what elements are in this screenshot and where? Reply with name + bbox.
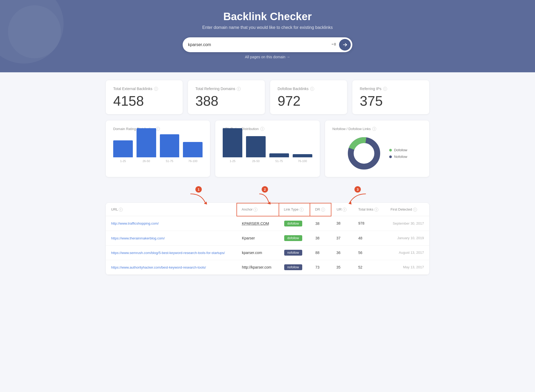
stat-card-referring-domains: Total Referring Domains i 388 — [188, 80, 265, 114]
bar-group: 26-50 — [137, 128, 156, 163]
backlinks-table-section: URL i Anchor i Link Type i — [106, 203, 429, 275]
link-type-cell: nofollow — [279, 260, 310, 274]
info-icon-dr-col[interactable]: i — [321, 208, 325, 212]
page-title: Backlink Checker — [5, 11, 530, 23]
domain-rating-chart: Domain Rating Distribution i 1-2526-5051… — [106, 121, 210, 177]
svg-rect-0 — [332, 44, 334, 45]
stat-card-dofollow: Dofollow Backlinks i 972 — [270, 80, 347, 114]
annotation-section: 1 2 3 — [106, 185, 429, 275]
link-type-cell: dofollow — [279, 216, 310, 231]
ur-cell: 36 — [331, 245, 353, 260]
url-link[interactable]: http://www.trafficshopping.com/ — [111, 221, 159, 225]
url-rating-chart: URL Rating Distribution i 1-2526-5051-75… — [215, 121, 319, 177]
info-icon-ur-col[interactable]: i — [343, 208, 347, 212]
col-header-dr: DR i — [310, 203, 331, 216]
first-detected-cell: May 13, 2017 — [385, 260, 429, 274]
url-link[interactable]: https://www.therainmakerblog.com/ — [111, 236, 165, 240]
dr-cell: 38 — [310, 216, 331, 231]
bar-label: 51-75 — [275, 159, 283, 163]
bar-group: 1-25 — [113, 140, 133, 163]
bar — [183, 142, 203, 157]
header-section: Backlink Checker Enter domain name that … — [0, 0, 535, 72]
table-header-row: URL i Anchor i Link Type i — [106, 203, 429, 216]
dr-cell: 73 — [310, 260, 331, 274]
url-link[interactable]: https://www.semrush.com/blog/5-best-keyw… — [111, 251, 225, 255]
nofollow-dot — [389, 155, 392, 158]
info-icon-domains[interactable]: i — [237, 87, 241, 91]
info-icon-url-col[interactable]: i — [119, 208, 123, 212]
donut-legend: Dofollow Nofollow — [389, 148, 407, 159]
header-subtitle: Enter domain name that you would like to… — [5, 25, 530, 30]
bar-group: 76-100 — [183, 142, 203, 163]
info-icon-detected-col[interactable]: i — [413, 208, 417, 212]
link-type-badge: dofollow — [284, 221, 302, 226]
info-icon-ur-chart[interactable]: i — [260, 127, 264, 131]
search-input[interactable] — [188, 42, 328, 47]
info-icon-dr-chart[interactable]: i — [156, 127, 160, 131]
info-icon-anchor-col[interactable]: i — [253, 208, 257, 212]
total-links-cell: 48 — [353, 231, 385, 245]
annotation-3: 3 — [344, 186, 371, 204]
bar-group: 51-75 — [160, 134, 179, 163]
annotation-number-3: 3 — [354, 186, 361, 193]
bar-group: 76-100 — [293, 154, 312, 163]
table-wrapper: URL i Anchor i Link Type i — [106, 203, 429, 275]
bar — [113, 140, 133, 157]
total-links-cell: 978 — [353, 216, 385, 231]
anchor-cell: kparser.com — [237, 245, 279, 260]
search-bar — [183, 37, 352, 52]
arrow-1-svg — [188, 193, 209, 204]
info-icon-backlinks[interactable]: i — [154, 87, 158, 91]
url-link[interactable]: https://www.authorityhacker.com/best-key… — [111, 265, 206, 269]
stat-label-ips: Referring IPs i — [360, 87, 422, 91]
stats-row: Total External Backlinks i 4158 Total Re… — [106, 80, 429, 114]
svg-point-4 — [356, 145, 372, 161]
dofollow-dot — [389, 149, 392, 152]
bar — [269, 153, 289, 157]
info-icon-linktype-col[interactable]: i — [300, 208, 304, 212]
search-submit-button[interactable] — [339, 39, 351, 51]
nofollow-dofollow-chart: Nofollow / Dofollow Links i Dofollow — [325, 121, 429, 177]
total-links-cell: 52 — [353, 260, 385, 274]
domain-rating-bar-chart: 1-2526-5051-7576-100 — [113, 136, 203, 168]
annotation-number-1: 1 — [195, 186, 202, 193]
info-icon-dofollow[interactable]: i — [310, 87, 314, 91]
anchor-cell: Kparser — [237, 231, 279, 245]
stat-card-referring-ips: Referring IPs i 375 — [352, 80, 429, 114]
link-type-cell: dofollow — [279, 231, 310, 245]
bar — [137, 128, 156, 157]
url-cell: https://www.authorityhacker.com/best-key… — [106, 260, 237, 274]
search-hint: All pages on this domain → — [5, 55, 530, 59]
info-icon-donut-chart[interactable]: i — [372, 127, 376, 131]
bar — [293, 154, 312, 157]
clear-icon[interactable] — [328, 41, 339, 49]
col-header-anchor: Anchor i — [237, 203, 279, 216]
table-body: http://www.trafficshopping.com/KPARSER.C… — [106, 216, 429, 275]
table-row: https://www.therainmakerblog.com/Kparser… — [106, 231, 429, 245]
bar-label: 1-25 — [230, 159, 235, 163]
total-links-cell: 56 — [353, 245, 385, 260]
col-header-ur: UR i — [331, 203, 353, 216]
stat-label-domains: Total Referring Domains i — [195, 87, 257, 91]
bar — [223, 128, 242, 157]
col-header-first-detected: First Detected i — [385, 203, 429, 216]
col-header-url: URL i — [106, 203, 237, 216]
bar-label: 76-100 — [298, 159, 307, 163]
stat-label-dofollow: Dofollow Backlinks i — [278, 87, 340, 91]
ur-cell: 37 — [331, 231, 353, 245]
url-rating-bar-chart: 1-2526-5051-7576-100 — [223, 136, 312, 168]
info-icon-ips[interactable]: i — [383, 87, 387, 91]
bar-label: 76-100 — [188, 159, 197, 163]
info-icon-total-col[interactable]: i — [374, 208, 378, 212]
dr-cell: 88 — [310, 245, 331, 260]
url-cell: https://www.semrush.com/blog/5-best-keyw… — [106, 245, 237, 260]
main-content: Total External Backlinks i 4158 Total Re… — [100, 72, 435, 283]
stat-value-dofollow: 972 — [278, 94, 340, 108]
annotation-2: 2 — [257, 186, 273, 204]
anchor-cell: http://kparser.com — [237, 260, 279, 274]
url-cell: http://www.trafficshopping.com/ — [106, 216, 237, 231]
svg-marker-5 — [204, 202, 207, 204]
anchor-text: KPARSER.COM — [242, 221, 269, 226]
bar-label: 26-50 — [143, 159, 150, 163]
nofollow-dofollow-title: Nofollow / Dofollow Links i — [332, 127, 422, 131]
